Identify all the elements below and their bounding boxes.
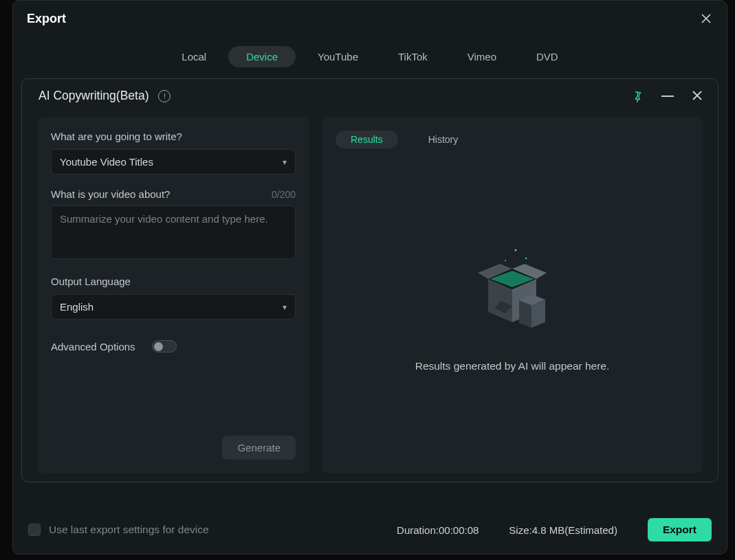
chevron-down-icon: ▾ [283, 302, 287, 312]
result-tabs: Results History [336, 131, 689, 148]
close-icon [701, 13, 712, 24]
export-dialog: Export Local Device YouTube TikTok Vimeo… [12, 0, 727, 555]
close-button[interactable] [698, 10, 714, 27]
duration-info: Duration:00:00:08 [397, 524, 479, 536]
results-tab[interactable]: Results [336, 131, 398, 148]
language-value: English [60, 301, 94, 313]
about-label: What is your video about? [51, 188, 170, 200]
pin-icon[interactable] [631, 90, 644, 102]
advanced-options-label: Advanced Options [51, 341, 135, 352]
about-char-counter: 0/200 [272, 189, 296, 200]
open-box-icon [457, 236, 567, 339]
write-type-value: Youtube Video Titles [60, 156, 153, 168]
minimize-button[interactable] [661, 96, 674, 97]
size-info: Size:4.8 MB(Estimated) [509, 524, 617, 536]
svg-point-2 [525, 257, 527, 258]
about-textarea[interactable] [51, 205, 296, 259]
tab-device[interactable]: Device [228, 46, 296, 67]
use-last-settings-label: Use last export settings for device [49, 524, 209, 536]
results-empty-state: Results generated by AI will appear here… [336, 148, 689, 460]
ai-panel-body: What are you going to write? Youtube Vid… [22, 109, 718, 473]
tab-youtube[interactable]: YouTube [300, 46, 376, 67]
close-icon [692, 90, 703, 101]
tab-dvd[interactable]: DVD [518, 46, 576, 67]
ai-close-button[interactable] [692, 90, 704, 102]
history-tab[interactable]: History [413, 131, 474, 148]
dialog-title: Export [27, 12, 66, 26]
ai-panel-title: AI Copywriting(Beta) [39, 89, 149, 103]
ai-panel-header: AI Copywriting(Beta) ! [22, 79, 718, 109]
use-last-settings-checkbox[interactable] [28, 524, 41, 536]
tab-local[interactable]: Local [164, 46, 224, 67]
ai-form-column: What are you going to write? Youtube Vid… [37, 117, 309, 473]
tab-vimeo[interactable]: Vimeo [450, 46, 514, 67]
write-label: What are you going to write? [51, 131, 296, 142]
generate-button[interactable]: Generate [222, 436, 296, 460]
write-type-select[interactable]: Youtube Video Titles ▾ [51, 149, 296, 175]
svg-point-1 [505, 260, 506, 261]
ai-results-column: Results History [322, 117, 703, 473]
export-tabs: Local Device YouTube TikTok Vimeo DVD [13, 34, 727, 71]
dialog-footer: Use last export settings for device Dura… [13, 497, 727, 554]
language-label: Output Language [51, 276, 296, 287]
export-button[interactable]: Export [648, 518, 712, 541]
language-select[interactable]: English ▾ [51, 294, 296, 320]
ai-copywriting-panel: AI Copywriting(Beta) ! What are you goin… [21, 78, 718, 482]
info-icon[interactable]: ! [158, 90, 171, 102]
chevron-down-icon: ▾ [283, 157, 287, 167]
svg-marker-11 [519, 300, 531, 328]
results-empty-text: Results generated by AI will appear here… [415, 360, 610, 372]
advanced-options-toggle[interactable] [152, 340, 177, 352]
tab-tiktok[interactable]: TikTok [380, 46, 446, 67]
minimize-icon [661, 96, 674, 97]
svg-point-0 [515, 249, 517, 251]
dialog-header: Export [13, 1, 727, 34]
